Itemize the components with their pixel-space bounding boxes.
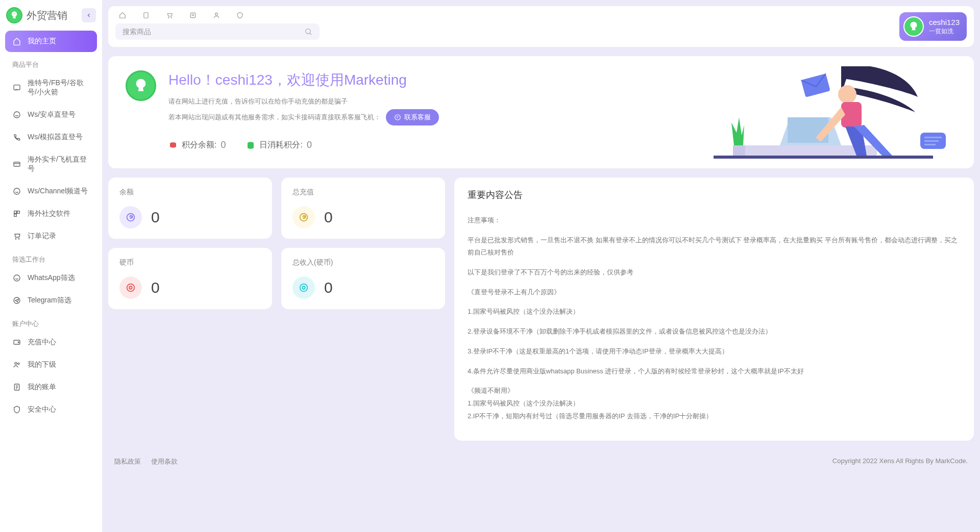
nav-item[interactable]: 安全中心: [5, 399, 97, 420]
contact-support-button[interactable]: 联系客服: [386, 109, 439, 125]
svg-point-9: [14, 275, 20, 281]
svg-point-20: [215, 13, 218, 15]
doc-icon[interactable]: [142, 11, 150, 19]
nav-home-label: 我的主页: [28, 37, 56, 46]
svg-point-21: [306, 29, 310, 34]
app-icon: [12, 209, 21, 218]
card-value: 0: [324, 279, 333, 296]
whatsapp-icon: [12, 273, 21, 283]
announcement-paragraph: 《频道不耐用》 1.国家号码被风控（这个没办法解决） 2.IP不干净，短期内有封…: [468, 385, 961, 422]
svg-rect-16: [144, 13, 148, 18]
cart-icon[interactable]: [165, 11, 174, 19]
chat-icon: [12, 83, 21, 92]
nav-item[interactable]: Ws/安卓直登号: [5, 104, 97, 125]
main: ceshi123 一贫如洗 Hello！ceshi123，欢迎使用Marketi…: [102, 0, 980, 532]
nav-group-title: 商品平台: [5, 53, 97, 72]
user-name: ceshi123: [929, 17, 960, 28]
stat2-value: 0: [307, 140, 312, 150]
footer-terms-link[interactable]: 使用条款: [151, 458, 178, 465]
footer-privacy-link[interactable]: 隐私政策: [114, 458, 141, 465]
top-icon-row: [115, 9, 967, 23]
nav-home[interactable]: 我的主页: [5, 31, 97, 52]
collapse-sidebar-button[interactable]: [82, 8, 96, 22]
svg-point-7: [15, 239, 16, 239]
card-title: 总充值: [292, 188, 434, 197]
svg-point-3: [14, 188, 20, 194]
coins-icon: [168, 141, 178, 150]
shield-icon[interactable]: [236, 11, 244, 19]
stat-points-balance: 积分余额: 0: [168, 140, 226, 150]
nav-item[interactable]: 充值中心: [5, 332, 97, 353]
stats-cards-grid: 余额0总充值0硬币0总收入(硬币)0: [108, 178, 445, 309]
nav-item[interactable]: Ws/Channel频道号: [5, 181, 97, 202]
announcement-paragraph: 以下是我们登录了不下百万个号的出来的经验，仅供参考: [468, 266, 961, 279]
announcement-title: 重要内容公告: [468, 189, 961, 201]
footer: 隐私政策 使用条款 Copyright 2022 Xens All Rights…: [108, 453, 974, 470]
whatsapp-icon: [12, 187, 21, 196]
card-title: 总收入(硬币): [292, 258, 434, 267]
stat-daily-consumed: 日消耗积分: 0: [246, 140, 311, 150]
card-icon: [292, 206, 315, 229]
nav-item[interactable]: 我的账单: [5, 376, 97, 398]
card-icon: [119, 276, 142, 299]
hero-card: Hello！ceshi123，欢迎使用Marketing 请在网站上进行充值，告…: [108, 56, 974, 168]
stat-card: 硬币0: [108, 248, 272, 309]
search-icon[interactable]: [304, 28, 312, 36]
wallet-icon: [12, 338, 21, 347]
footer-copyright: Copyright 2022 Xens All Rights By MarkCo…: [832, 457, 968, 466]
nav-item[interactable]: 推特号/FB号/谷歌号/小火箭: [5, 72, 97, 103]
phone-icon: [12, 133, 21, 142]
nav-item[interactable]: 海外社交软件: [5, 203, 97, 224]
sidebar: 外贸营销 我的主页 商品平台推特号/FB号/谷歌号/小火箭Ws/安卓直登号Ws/…: [0, 0, 102, 532]
nav-item-label: 推特号/FB号/谷歌号/小火箭: [28, 79, 90, 97]
stat1-value: 0: [220, 140, 226, 150]
hero-line2: 若本网站出现问题或有其他服务需求，如实卡接码请直接联系客服飞机：: [168, 113, 381, 122]
card-icon: [119, 206, 142, 229]
contact-label: 联系客服: [404, 113, 431, 122]
user-badge[interactable]: ceshi123 一贫如洗: [899, 12, 967, 41]
svg-point-14: [18, 363, 19, 364]
stat1-label: 积分余额:: [182, 140, 216, 150]
announcement-paragraph: 3.登录IP不干净（这是权重最高的1个选项，请使用干净动态IP登录，登录概率大大…: [468, 345, 961, 358]
home-icon[interactable]: [118, 11, 127, 19]
nav-item[interactable]: 海外实卡/飞机直登号: [5, 149, 97, 180]
card-title: 硬币: [119, 258, 261, 267]
card-icon: [12, 160, 21, 169]
svg-point-41: [302, 286, 305, 289]
search-wrap: [115, 23, 320, 40]
nav-item-label: 安全中心: [28, 405, 56, 414]
cart-icon: [12, 232, 21, 241]
svg-point-39: [129, 286, 132, 289]
topbar: ceshi123 一贫如洗: [108, 6, 974, 47]
nav-item[interactable]: 我的下级: [5, 354, 97, 375]
telegram-icon: [12, 296, 21, 305]
svg-point-8: [18, 239, 19, 239]
list-icon[interactable]: [189, 11, 197, 19]
announcement-paragraph: 注意事项：: [468, 214, 961, 227]
nav-item[interactable]: Telegram筛选: [5, 290, 97, 311]
nav-item[interactable]: Ws/模拟器直登号: [5, 126, 97, 148]
announcement-paragraph: 平台是已批发形式销售，一旦售出不退不换 如果有登录不上的情况你可以不时买几个号测…: [468, 234, 961, 259]
hero-line1: 请在网站上进行充值，告诉你可以在给你手动充值的都是骗子: [168, 97, 957, 106]
svg-point-40: [300, 284, 308, 292]
svg-rect-4: [14, 211, 17, 214]
nav-item-label: Ws/模拟器直登号: [28, 133, 83, 142]
user-icon[interactable]: [212, 11, 220, 19]
nav-item-label: Ws/安卓直登号: [28, 110, 76, 119]
svg-rect-2: [14, 162, 20, 166]
nav-item[interactable]: 订单记录: [5, 225, 97, 247]
nav-item-label: 充值中心: [28, 338, 56, 347]
announcement-paragraph: 1.国家号码被风控（这个没办法解决）: [468, 306, 961, 318]
nav-item-label: 我的下级: [28, 360, 56, 369]
search-input[interactable]: [122, 28, 304, 36]
svg-point-1: [14, 112, 20, 118]
stat2-label: 日消耗积分:: [259, 140, 302, 150]
svg-rect-5: [17, 211, 20, 214]
bill-icon: [12, 383, 21, 392]
nav-item[interactable]: WhatsApp筛选: [5, 267, 97, 289]
nav-item-label: Ws/Channel频道号: [28, 187, 88, 196]
svg-point-17: [168, 17, 169, 18]
brand-name: 外贸营销: [27, 9, 78, 22]
sidebar-header: 外贸营销: [0, 0, 102, 31]
brand-logo: [6, 7, 22, 23]
